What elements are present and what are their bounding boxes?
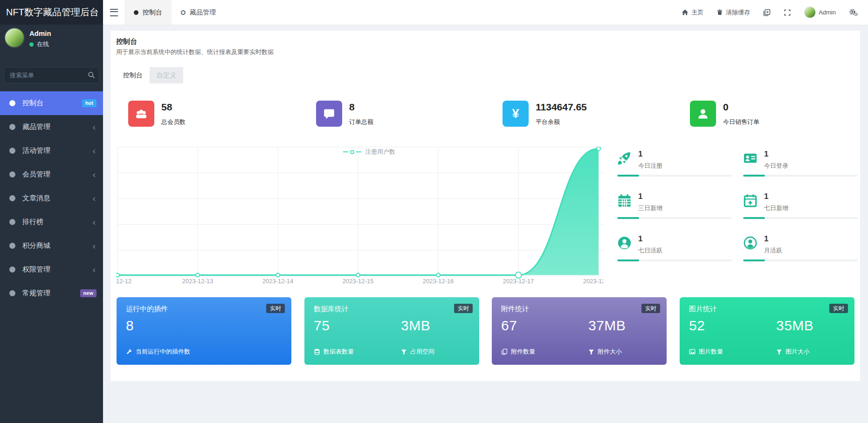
module-button[interactable]	[763, 9, 771, 16]
progress-bar	[617, 259, 732, 261]
hot-badge: hot	[82, 99, 96, 107]
fullscreen-icon	[784, 9, 791, 16]
sidebar-item-label: 活动管理	[22, 146, 93, 155]
chevron-left-icon: ‹	[93, 146, 96, 155]
sidebar-item-activities[interactable]: 活动管理 ‹	[0, 139, 103, 163]
svg-text:2023-12-16: 2023-12-16	[423, 278, 454, 285]
sidebar-item-points-mall[interactable]: 积分商城 ‹	[0, 234, 103, 258]
card-title: 附件统计	[501, 305, 657, 314]
stat-text: 0 今日销售订单	[723, 101, 759, 127]
legend-marker	[343, 151, 348, 152]
sidebar-item-members[interactable]: 会员管理 ‹	[0, 163, 103, 186]
tab-console[interactable]: 控制台	[116, 67, 150, 83]
mini-stat-value: 1	[638, 234, 662, 244]
realtime-badge: 实时	[829, 304, 848, 313]
sidebar-item-general[interactable]: 常规管理 new	[0, 281, 103, 305]
circle-icon	[9, 266, 15, 273]
sidebar-item-label: 会员管理	[22, 170, 93, 179]
sidebar-user-panel: Admin 在线	[0, 25, 103, 56]
stat-value: 1134647.65	[536, 102, 587, 113]
sidebar-item-ranking[interactable]: 排行榜 ‹	[0, 210, 103, 234]
circle-icon	[9, 100, 15, 106]
stat-label: 今日销售订单	[723, 118, 759, 126]
fullscreen-button[interactable]	[784, 9, 791, 16]
user-menu[interactable]: Admin	[804, 7, 836, 18]
stat-text: 8 订单总额	[349, 101, 373, 127]
card-image-stats: 图片统计 实时 52 35MB 图片数量 图片大小	[680, 297, 854, 365]
comment-icon	[316, 101, 342, 127]
stat-text: 58 总会员数	[161, 101, 186, 127]
stat-card-platform-balance: ¥ 1134647.65 平台余额	[503, 101, 587, 127]
stat-value: 58	[161, 102, 186, 113]
chevron-left-icon: ‹	[93, 265, 96, 274]
card-label: 图片大小	[776, 348, 810, 356]
mini-stat-label: 今日注册	[638, 162, 662, 170]
circle-icon	[9, 124, 15, 130]
card-value: 52	[689, 318, 705, 334]
mini-stat-label: 月活跃	[764, 246, 782, 255]
sidebar-item-label: 积分商城	[22, 241, 93, 250]
stat-card-today-sales: 0 今日销售订单	[690, 101, 759, 127]
mini-stat-today-login: 1 今日登录	[743, 148, 858, 190]
mini-stat-today-register: 1 今日注册	[617, 148, 732, 190]
chart-canvas[interactable]: 12-122023-12-132023-12-142023-12-152023-…	[116, 147, 603, 287]
chevron-left-icon: ‹	[93, 218, 96, 226]
mini-stat-label: 三日新增	[638, 204, 662, 212]
search-icon[interactable]	[88, 71, 95, 79]
stat-label: 平台余额	[536, 118, 587, 126]
online-dot	[29, 42, 34, 47]
users-icon	[128, 101, 154, 127]
file-icon	[763, 9, 771, 16]
sidebar-item-articles[interactable]: 文章消息 ‹	[0, 186, 103, 210]
circle-icon	[9, 195, 15, 201]
settings-button[interactable]	[849, 8, 858, 16]
realtime-badge: 实时	[641, 304, 660, 313]
user-status: 在线	[29, 40, 49, 48]
search-input[interactable]	[4, 67, 99, 83]
card-title: 数据库统计	[314, 305, 470, 314]
legend-marker-ring	[350, 150, 354, 154]
page-title: 控制台	[116, 37, 137, 46]
chevron-left-icon: ‹	[93, 170, 96, 179]
card-value: 37MB	[588, 318, 626, 334]
home-button[interactable]: 主页	[682, 8, 703, 17]
app-title: NFT数字藏品管理后台	[0, 0, 103, 25]
clear-cache-button[interactable]: 清除缓存	[716, 8, 750, 17]
ring-dot-icon	[181, 10, 186, 15]
card-title: 图片统计	[689, 305, 845, 314]
avatar[interactable]	[4, 27, 25, 48]
topbar-user-name: Admin	[819, 9, 836, 16]
registered-users-chart[interactable]: 注册用户数 12-122023-12-132023-12-142023-12-1…	[116, 147, 603, 287]
sidebar-item-label: 控制台	[22, 99, 82, 108]
tab-custom[interactable]: 自定义	[150, 67, 183, 83]
progress-bar	[743, 175, 858, 177]
app-root: NFT数字藏品管理后台 Admin 在线 控制台 hot	[0, 0, 868, 423]
card-running-plugins: 运行中的插件 实时 8 当前运行中的插件数	[117, 297, 291, 365]
sidebar-item-permissions[interactable]: 权限管理 ‹	[0, 258, 103, 281]
card-attachment-stats: 附件统计 实时 67 37MB 附件数量 附件大小	[492, 297, 667, 365]
svg-text:2023-12-13: 2023-12-13	[182, 278, 214, 285]
rocket-icon	[617, 151, 632, 165]
legend-label: 注册用户数	[365, 148, 395, 156]
card-value: 3MB	[401, 318, 430, 334]
card-value: 67	[501, 318, 517, 334]
topbar-tab-collections[interactable]: 藏品管理	[172, 0, 225, 25]
avatar	[804, 7, 816, 18]
sidebar-item-console[interactable]: 控制台 hot	[0, 91, 103, 115]
chart-legend[interactable]: 注册用户数	[343, 148, 395, 156]
copy-icon	[501, 348, 508, 355]
sidebar-item-collections[interactable]: 藏品管理 ‹	[0, 115, 103, 139]
image-icon	[689, 348, 696, 355]
stat-text: 1134647.65 平台余额	[536, 101, 587, 127]
menu-toggle-icon[interactable]	[103, 0, 124, 25]
sidebar-item-label: 藏品管理	[22, 123, 93, 131]
wrench-icon	[126, 348, 132, 355]
topbar-tab-console[interactable]: 控制台	[124, 0, 172, 25]
topbar: 控制台 藏品管理 主页 清除缓存	[103, 0, 868, 25]
cogs-icon	[849, 8, 858, 16]
sidebar-item-label: 权限管理	[22, 265, 93, 274]
stat-label: 总会员数	[161, 118, 186, 126]
stat-card-order-total: 8 订单总额	[316, 101, 373, 127]
mini-stat-label: 七日活跃	[638, 246, 662, 255]
user-circle-icon	[617, 236, 632, 250]
